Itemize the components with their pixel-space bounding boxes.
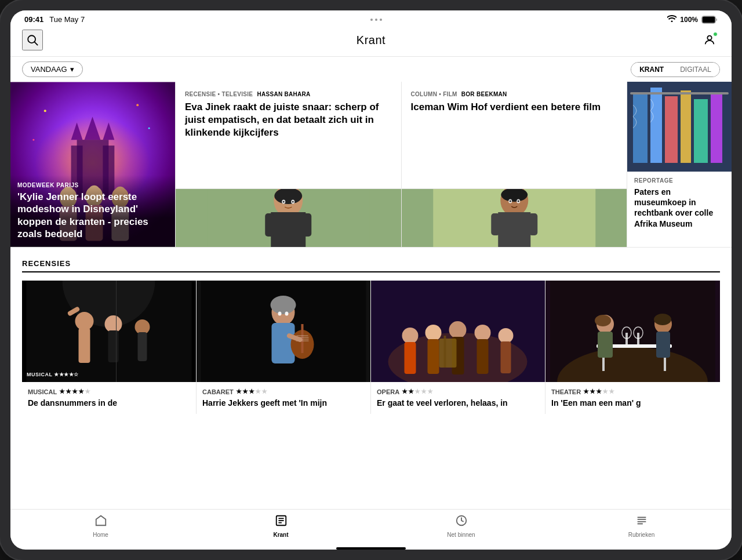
cabaret-stars: ★ ★ ★ ★ ★ xyxy=(236,388,267,395)
recensie-item-cabaret[interactable]: CABARET ★ ★ ★ ★ ★ Harrie Jekkers geeft m… xyxy=(197,281,371,414)
svg-point-77 xyxy=(285,312,289,316)
main-content: MODEWEEK PARIJS 'Kylie Jenner loopt eers… xyxy=(10,82,732,509)
svg-point-75 xyxy=(271,296,296,314)
cabaret-headline: Harrie Jekkers geeft met 'In mijn xyxy=(202,398,365,408)
recensie-article-card[interactable]: RECENSIE • TELEVISIE HASSAN BAHARA Eva J… xyxy=(176,82,402,247)
opera-headline: Er gaat te veel verloren, helaas, in xyxy=(377,398,539,408)
tablet-frame: 09:41 Tue May 7 100% xyxy=(0,0,742,560)
svg-rect-81 xyxy=(405,342,416,374)
recensie-headline: Eva Jinek raakt de juiste snaar: scherp … xyxy=(185,101,392,139)
svg-point-82 xyxy=(425,325,442,341)
svg-rect-62 xyxy=(138,332,147,361)
cabaret-image xyxy=(197,281,370,382)
svg-rect-29 xyxy=(265,213,274,237)
recensies-section: RECENSIES xyxy=(10,248,732,414)
recensie-label: RECENSIE • TELEVISIE HASSAN BAHARA xyxy=(185,91,392,97)
net-binnen-label: Net binnen xyxy=(447,532,475,538)
column-author-svg xyxy=(402,189,627,247)
musical-headline: De dansnummers in de xyxy=(28,398,190,408)
search-button[interactable] xyxy=(22,30,43,50)
reportage-article-card[interactable]: REPORTAGE Paters en museumkoep in rechtb… xyxy=(627,82,732,247)
top-articles-grid: MODEWEEK PARIJS 'Kylie Jenner loopt eers… xyxy=(10,82,732,248)
reportage-headline: Paters en museumkoep in rechtbank over c… xyxy=(634,187,725,229)
svg-point-34 xyxy=(283,201,285,203)
bottom-nav: Home Krant xyxy=(10,509,732,545)
opera-svg xyxy=(371,281,545,382)
svg-rect-91 xyxy=(444,336,446,368)
musical-image: MUSICAL ★★★★☆ xyxy=(22,281,196,382)
musical-text: MUSICAL ★ ★ ★ ★ ★ De dansnummers in de xyxy=(22,382,196,414)
theater-svg xyxy=(545,281,720,382)
home-indicator xyxy=(336,547,406,550)
status-dot-2 xyxy=(375,19,377,21)
svg-point-35 xyxy=(292,201,294,203)
krant-toggle-button[interactable]: KRANT xyxy=(631,63,672,77)
svg-rect-53 xyxy=(630,92,729,94)
nav-rubrieken[interactable]: Rubrieken xyxy=(551,514,732,538)
recensie-top: RECENSIE • TELEVISIE HASSAN BAHARA Eva J… xyxy=(176,82,401,189)
search-icon xyxy=(26,34,39,46)
hero-article-card[interactable]: MODEWEEK PARIJS 'Kylie Jenner loopt eers… xyxy=(10,82,176,247)
musical-svg xyxy=(22,281,196,382)
svg-rect-50 xyxy=(681,90,691,163)
profile-button[interactable] xyxy=(699,30,720,50)
hero-text-overlay: MODEWEEK PARIJS 'Kylie Jenner loopt eers… xyxy=(10,175,175,247)
svg-point-76 xyxy=(278,312,282,316)
digitaal-toggle-button[interactable]: DIGITAAL xyxy=(672,63,719,77)
svg-point-45 xyxy=(517,201,519,202)
battery-shape-icon xyxy=(701,16,718,24)
home-label: Home xyxy=(93,532,108,538)
svg-rect-57 xyxy=(79,328,90,363)
status-dot-3 xyxy=(380,19,382,21)
svg-rect-89 xyxy=(501,341,511,373)
svg-point-13 xyxy=(44,110,46,112)
recensie-item-theater[interactable]: THEATER ★ ★ ★ ★ ★ In 'Een man een man' g xyxy=(545,281,720,414)
musical-category: MUSICAL ★ ★ ★ ★ ★ xyxy=(28,388,190,395)
svg-rect-47 xyxy=(633,93,648,163)
svg-line-3 xyxy=(34,42,38,45)
filter-bar: VANDAAG ▾ KRANT DIGITAAL xyxy=(10,57,732,82)
author-svg xyxy=(176,189,401,247)
svg-rect-52 xyxy=(711,93,722,163)
theater-stars: ★ ★ ★ ★ ★ xyxy=(583,388,614,395)
tablet-screen: 09:41 Tue May 7 100% xyxy=(10,10,732,550)
status-right: 100% xyxy=(667,15,718,24)
top-nav: Krant xyxy=(10,26,732,57)
svg-point-4 xyxy=(707,36,711,40)
vandaag-label: VANDAAG xyxy=(31,65,67,74)
clock-icon xyxy=(455,514,468,530)
nav-net-binnen[interactable]: Net binnen xyxy=(371,514,551,538)
status-dot-1 xyxy=(370,19,373,21)
svg-point-103 xyxy=(595,315,611,326)
recensie-item-opera[interactable]: OPERA ★ ★ ★ ★ ★ Er gaat te veel verloren… xyxy=(371,281,545,414)
svg-point-80 xyxy=(402,328,419,344)
reportage-svg xyxy=(627,82,732,172)
status-dots xyxy=(370,19,382,21)
theater-text: THEATER ★ ★ ★ ★ ★ In 'Een man een man' g xyxy=(545,382,720,414)
svg-point-106 xyxy=(654,314,671,325)
recensie-item-musical[interactable]: MUSICAL ★★★★☆ MUSICAL ★ ★ ★ ★ ★ xyxy=(22,281,197,414)
svg-point-16 xyxy=(148,128,150,129)
column-article-card[interactable]: COLUMN • FILM BOR BEEKMAN Iceman Wim Hof… xyxy=(402,82,628,247)
status-time: 09:41 xyxy=(24,15,43,24)
svg-rect-1 xyxy=(702,16,715,23)
section-title: RECENSIES xyxy=(22,259,720,272)
profile-notification-dot xyxy=(713,32,718,37)
battery-icon: 100% xyxy=(680,16,698,24)
nav-krant[interactable]: Krant xyxy=(191,514,371,538)
svg-rect-105 xyxy=(656,332,670,358)
theater-image xyxy=(545,281,720,382)
svg-point-44 xyxy=(509,201,511,202)
vandaag-filter-button[interactable]: VANDAAG ▾ xyxy=(22,61,83,77)
nav-home[interactable]: Home xyxy=(10,514,191,538)
rubrieken-label: Rubrieken xyxy=(628,532,655,538)
wifi-icon xyxy=(667,15,676,24)
cabaret-category: CABARET ★ ★ ★ ★ ★ xyxy=(202,388,365,395)
krant-digitaal-toggle: KRANT DIGITAAL xyxy=(631,62,720,77)
svg-rect-87 xyxy=(477,339,489,374)
svg-rect-38 xyxy=(498,212,530,247)
svg-rect-102 xyxy=(598,332,613,358)
svg-point-86 xyxy=(475,325,491,341)
svg-point-2 xyxy=(28,35,35,43)
musical-stars: ★ ★ ★ ★ ★ xyxy=(59,388,90,395)
